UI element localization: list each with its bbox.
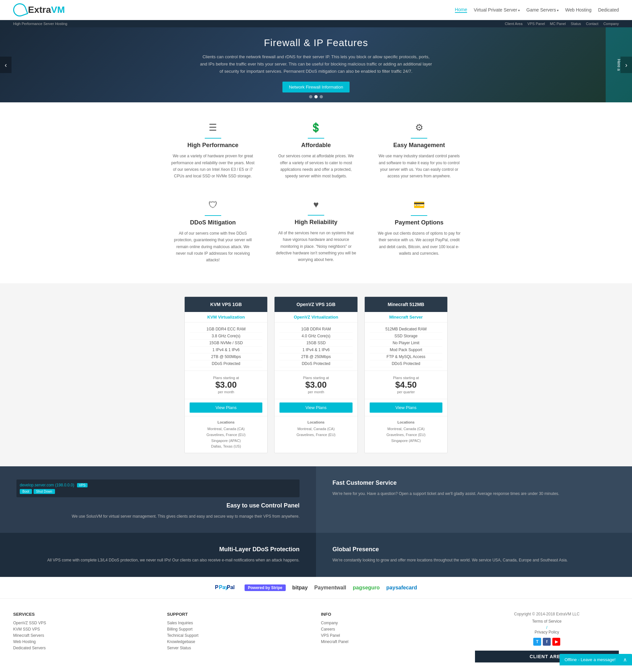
footer-support-col: SUPPORT Sales Inquiries Billing Support … — [167, 612, 311, 663]
divider-ddos — [205, 215, 221, 216]
footer-link-vps-panel[interactable]: VPS Panel — [321, 633, 465, 638]
footer-link-kb[interactable]: Knowledgebase — [167, 640, 311, 644]
chat-bar[interactable]: Offline - Leave a message! ∧ — [560, 654, 632, 666]
kvm-amount: $3.00 — [190, 380, 262, 390]
topbar-mc-panel[interactable]: MC Panel — [550, 22, 566, 26]
features-section: ☰ High Performance We use a variety of h… — [0, 102, 632, 283]
hero-prev-button[interactable]: ‹ — [0, 56, 11, 73]
divider — [205, 138, 221, 139]
topbar-vps-panel[interactable]: VPS Panel — [527, 22, 545, 26]
minecraft-loc-1: Montreal, Canada (CA) — [370, 426, 442, 432]
kvm-spec-4: 1 IPv4 & 1 IPv6 — [190, 346, 262, 354]
openvz-header: OpenVZ VPS 1GB — [275, 297, 357, 312]
minecraft-price: Plans starting at $4.50 per quarter — [365, 371, 447, 399]
footer-link-kvm[interactable]: KVM SSD VPS — [13, 627, 157, 631]
facebook-icon[interactable]: f — [543, 638, 551, 646]
feature-title-ddos: DDoS Mitigation — [171, 219, 254, 226]
minecraft-spec-6: DDoS Protected — [370, 360, 442, 367]
hero-dot-1[interactable] — [309, 95, 312, 98]
header: ExtraVM Home Virtual Private Server Game… — [0, 0, 632, 27]
cpanel-shutdown-button[interactable]: Shut Down — [33, 489, 55, 494]
kvm-spec-5: 2TB @ 500Mbps — [190, 354, 262, 360]
chat-toggle-button[interactable]: ∧ — [623, 656, 627, 663]
openvz-spec-3: 15GB SSD — [279, 340, 352, 346]
minecraft-spec-5: FTP & MySQL Access — [370, 354, 442, 360]
control-panel-title: Easy to use Control Panel — [17, 502, 300, 509]
kvm-loc-1: Montreal, Canada (CA) — [190, 426, 262, 432]
footer-link-minecraft[interactable]: Minecraft Servers — [13, 633, 157, 638]
footer-services-title: SERVICES — [13, 612, 157, 617]
terms-link[interactable]: Terms of Service — [475, 619, 619, 624]
feature-payment: 💳 Payment Options We give out clients do… — [374, 196, 464, 267]
footer-support-title: SUPPORT — [167, 612, 311, 617]
ddos-protection-title: Multi-Layer DDoS Protection — [17, 546, 300, 553]
feature-desc-management: We use many industry standard control pa… — [378, 153, 461, 180]
openvz-spec-5: 2TB @ 250Mbps — [279, 354, 352, 360]
pagseguro-logo: pagseguro — [353, 585, 380, 591]
paypal-logo: PPayPal — [215, 584, 238, 592]
topbar-contact[interactable]: Contact — [586, 22, 599, 26]
openvz-loc-title: Locations — [279, 419, 352, 426]
openvz-loc-1: Montreal, Canada (CA) — [279, 426, 352, 432]
feature-desc-ddos: All of our servers come with free DDoS p… — [171, 230, 254, 264]
hero-next-button[interactable]: › — [621, 56, 632, 73]
footer-link-server-status[interactable]: Server Status — [167, 646, 311, 650]
features-bottom-section: develop.server.com (198.0.0.0) VPS Boot … — [0, 466, 632, 577]
footer-link-technical[interactable]: Technical Support — [167, 633, 311, 638]
logo[interactable]: ExtraVM — [13, 3, 65, 17]
minecraft-specs: 512MB Dedicated RAM SSD Storage No Playe… — [365, 322, 447, 371]
stripe-logo: Powered by Stripe — [244, 584, 286, 591]
minecraft-view-plans-button[interactable]: View Plans — [370, 403, 442, 413]
bitpay-logo: bitpay — [292, 585, 308, 591]
feature-title-reliability: High Reliability — [274, 219, 357, 226]
chat-widget: Offline - Leave a message! ∧ — [560, 654, 632, 666]
hero-description: Clients can control the network firewall… — [199, 53, 433, 75]
nav-web-hosting[interactable]: Web Hosting — [565, 7, 591, 13]
topbar-client-area[interactable]: Client Area — [505, 22, 523, 26]
openvz-view-plans-button[interactable]: View Plans — [279, 403, 352, 413]
pricing-card-kvm: KVM VPS 1GB KVM Virtualization 1GB DDR4 … — [184, 296, 267, 453]
minecraft-loc-3: Singapore (APAC) — [370, 438, 442, 444]
cpanel-boot-button[interactable]: Boot — [20, 489, 32, 494]
pricing-grid: KVM VPS 1GB KVM Virtualization 1GB DDR4 … — [184, 296, 448, 453]
minecraft-btn-wrap: View Plans — [365, 399, 447, 416]
footer-policy-links: Terms of Service / Privacy Policy — [475, 619, 619, 634]
footer-link-dedicated[interactable]: Dedicated Servers — [13, 646, 157, 650]
footer-link-sales[interactable]: Sales Inquiries — [167, 621, 311, 625]
minecraft-header: Minecraft 512MB — [365, 297, 447, 312]
topbar-status[interactable]: Status — [571, 22, 581, 26]
feature-reliability: ♥ High Reliability All of the services h… — [271, 196, 361, 267]
customer-service-feature: Fast Customer Service We're here for you… — [316, 466, 632, 533]
footer-link-minecraft-panel[interactable]: Minecraft Panel — [321, 640, 465, 644]
hero-dot-3[interactable] — [320, 95, 323, 98]
twitter-icon[interactable]: T — [533, 638, 541, 646]
minecraft-highlight: Minecraft Server — [365, 312, 447, 322]
topbar-company[interactable]: Company — [603, 22, 619, 26]
openvz-amount: $3.00 — [279, 380, 352, 390]
footer-link-openvz[interactable]: OpenVZ SSD VPS — [13, 621, 157, 625]
divider-payment — [411, 215, 427, 216]
youtube-icon[interactable]: ▶ — [552, 638, 560, 646]
nav-home[interactable]: Home — [455, 7, 467, 13]
hero-section: ‹ Firewall & IP Features Clients can con… — [0, 27, 632, 102]
footer-link-company[interactable]: Company — [321, 621, 465, 625]
kvm-price: Plans starting at $3.00 per month — [185, 371, 267, 399]
footer-link-billing[interactable]: Billing Support — [167, 627, 311, 631]
hero-cta-button[interactable]: Network Firewall Information — [282, 81, 350, 93]
kvm-spec-1: 1GB DDR4 ECC RAM — [190, 326, 262, 333]
minecraft-loc-title: Locations — [370, 419, 442, 426]
kvm-highlight: KVM Virtualization — [185, 312, 267, 322]
hero-dot-2[interactable] — [314, 95, 318, 98]
minecraft-starting-text: Plans starting at — [370, 376, 442, 380]
nav-vps[interactable]: Virtual Private Server — [474, 7, 520, 13]
footer-link-webhosting[interactable]: Web Hosting — [13, 640, 157, 644]
privacy-link[interactable]: Privacy Policy — [475, 630, 619, 634]
feature-affordable: 💲 Affordable Our services come at afford… — [271, 119, 361, 183]
payment-section: PPayPal Powered by Stripe bitpay Payment… — [0, 577, 632, 599]
kvm-view-plans-button[interactable]: View Plans — [190, 403, 262, 413]
nav-game-servers[interactable]: Game Servers — [526, 7, 559, 13]
top-bar-tagline: High Performance Server Hosting — [13, 22, 67, 26]
kvm-loc-4: Dallas, Texas (US) — [190, 443, 262, 450]
nav-dedicated[interactable]: Dedicated — [598, 7, 619, 13]
footer-link-careers[interactable]: Careers — [321, 627, 465, 631]
